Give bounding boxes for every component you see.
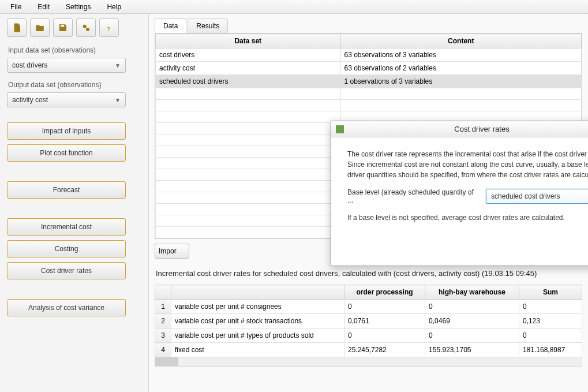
output-dataset-label: Output data set (observations) <box>8 81 141 89</box>
toolbar: ? <box>7 18 141 37</box>
input-dataset-value: cost drivers <box>12 61 47 69</box>
tab-bar: Data Results <box>155 18 582 33</box>
incremental-cost-button[interactable]: Incremental cost <box>7 218 126 236</box>
main-panel: Data Results Data set Content cost drive… <box>149 14 588 392</box>
plot-cost-function-button[interactable]: Plot cost function <box>7 144 126 162</box>
result-header-c1[interactable]: order processing <box>344 285 425 300</box>
menu-bar: File Edit Settings Help <box>0 0 588 14</box>
table-row[interactable]: 3 variable cost per unit # types of prod… <box>155 328 582 343</box>
table-row[interactable]: 2 variable cost per unit # stock transac… <box>155 314 582 328</box>
result-header-c2[interactable]: high-bay warehouse <box>425 285 519 300</box>
forecast-button[interactable]: Forecast <box>7 181 126 199</box>
dataset-header-name[interactable]: Data set <box>156 34 341 48</box>
import-button[interactable]: Impor <box>155 244 189 259</box>
svg-point-0 <box>83 25 87 28</box>
table-row[interactable]: cost drivers 63 observations of 3 variab… <box>156 48 582 62</box>
table-row[interactable]: activity cost 63 observations of 2 varia… <box>156 62 582 75</box>
svg-text:?: ? <box>107 26 110 32</box>
help-button[interactable]: ? <box>99 18 119 37</box>
dialog-title: Cost driver rates <box>349 125 588 133</box>
result-title: Incremental cost driver rates for schedu… <box>156 269 582 278</box>
base-level-dropdown[interactable]: scheduled cost drivers ▼ <box>486 189 588 204</box>
output-dataset-value: activity cost <box>12 96 48 104</box>
horizontal-scrollbar[interactable] <box>155 357 582 367</box>
impact-of-inputs-button[interactable]: Impact of inputs <box>7 122 126 140</box>
open-file-button[interactable] <box>30 18 50 37</box>
menu-settings[interactable]: Settings <box>58 1 99 13</box>
output-dataset-dropdown[interactable]: activity cost ▼ <box>7 92 126 107</box>
settings-button[interactable] <box>76 18 96 37</box>
menu-file[interactable]: File <box>2 1 29 13</box>
result-header-label[interactable] <box>171 285 344 300</box>
cost-driver-rates-dialog: Cost driver rates — □ ✕ The cost driver … <box>331 121 588 266</box>
dialog-description-1: The cost driver rate represents the incr… <box>347 149 588 180</box>
menu-edit[interactable]: Edit <box>29 1 58 13</box>
dialog-icon <box>336 125 344 133</box>
input-dataset-label: Input data set (observations) <box>8 46 141 54</box>
table-row[interactable]: scheduled cost drivers 1 observations of… <box>156 75 582 88</box>
tab-data[interactable]: Data <box>155 18 186 33</box>
dataset-header-content[interactable]: Content <box>340 34 581 48</box>
table-row[interactable] <box>156 88 582 100</box>
result-header-c3[interactable]: Sum <box>519 285 582 300</box>
input-dataset-dropdown[interactable]: cost drivers ▼ <box>7 58 126 73</box>
table-row[interactable]: 1 variable cost per unit # consignees 0 … <box>155 300 582 314</box>
base-level-value: scheduled cost drivers <box>491 192 560 200</box>
tab-results[interactable]: Results <box>188 18 228 33</box>
table-row[interactable] <box>156 100 582 111</box>
new-file-button[interactable] <box>7 18 27 37</box>
table-row[interactable]: 4 fixed cost 25.245,7282 155.923,1705 18… <box>155 343 582 357</box>
menu-help[interactable]: Help <box>99 1 129 13</box>
chevron-down-icon: ▼ <box>115 97 121 103</box>
base-level-label: Base level (already scheduled quantity o… <box>347 188 480 204</box>
dialog-description-2: If a base level is not specified, averag… <box>347 212 588 223</box>
result-table: order processing high-bay warehouse Sum … <box>155 285 582 357</box>
dialog-titlebar[interactable]: Cost driver rates — □ ✕ <box>331 121 588 137</box>
svg-point-1 <box>86 28 89 31</box>
sidebar: ? Input data set (observations) cost dri… <box>0 14 149 392</box>
save-button[interactable] <box>53 18 73 37</box>
cost-driver-rates-button[interactable]: Cost driver rates <box>7 262 126 279</box>
analysis-of-cost-variance-button[interactable]: Analysis of cost variance <box>7 299 126 316</box>
costing-button[interactable]: Costing <box>7 240 126 257</box>
chevron-down-icon: ▼ <box>115 62 121 69</box>
result-header-rownum[interactable] <box>155 285 171 300</box>
